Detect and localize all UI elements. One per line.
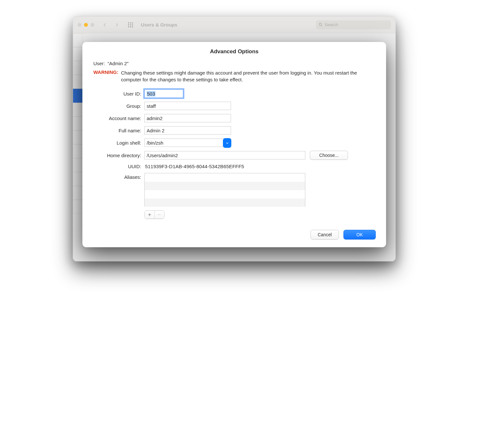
list-item bbox=[145, 173, 305, 182]
user-id-field[interactable]: 503 bbox=[144, 89, 183, 98]
nav-back-button[interactable] bbox=[100, 20, 109, 29]
account-name-field[interactable]: admin2 bbox=[144, 114, 231, 122]
full-name-field[interactable]: Admin 2 bbox=[144, 126, 231, 135]
svg-rect-6 bbox=[128, 26, 129, 27]
uuid-label: UUID: bbox=[93, 164, 141, 169]
svg-rect-4 bbox=[130, 24, 131, 25]
svg-rect-2 bbox=[132, 22, 133, 23]
search-field[interactable]: Search bbox=[316, 20, 391, 29]
svg-rect-5 bbox=[132, 24, 133, 25]
svg-rect-1 bbox=[130, 22, 131, 23]
login-shell-label: Login shell: bbox=[93, 140, 141, 146]
add-alias-button[interactable] bbox=[145, 211, 154, 219]
minimize-window-icon[interactable] bbox=[84, 23, 88, 27]
svg-rect-8 bbox=[132, 26, 133, 27]
traffic-lights bbox=[78, 23, 94, 27]
chevron-down-icon[interactable] bbox=[223, 138, 231, 148]
home-directory-label: Home directory: bbox=[93, 153, 141, 158]
search-icon bbox=[319, 23, 323, 27]
svg-rect-7 bbox=[130, 26, 131, 27]
user-label: User: bbox=[93, 61, 105, 66]
warning-row: WARNING: Changing these settings might d… bbox=[93, 69, 376, 83]
svg-rect-3 bbox=[128, 24, 129, 25]
ok-button[interactable]: OK bbox=[343, 230, 376, 239]
user-row: User: “Admin 2” bbox=[93, 61, 376, 66]
choose-button[interactable]: Choose... bbox=[310, 151, 348, 160]
nav-forward-button[interactable] bbox=[112, 20, 121, 29]
list-item bbox=[145, 199, 305, 207]
aliases-list[interactable] bbox=[144, 173, 305, 207]
show-all-icon[interactable] bbox=[126, 20, 135, 29]
user-id-label: User ID: bbox=[93, 91, 141, 97]
sheet-title: Advanced Options bbox=[93, 48, 376, 55]
close-window-icon[interactable] bbox=[78, 23, 81, 27]
account-name-label: Account name: bbox=[93, 116, 141, 121]
zoom-window-icon[interactable] bbox=[90, 23, 94, 27]
titlebar: Users & Groups Search bbox=[73, 16, 395, 33]
cancel-button[interactable]: Cancel bbox=[310, 230, 339, 239]
home-directory-field[interactable]: /Users/admin2 bbox=[144, 151, 305, 159]
advanced-options-sheet: Advanced Options User: “Admin 2” WARNING… bbox=[82, 42, 386, 247]
login-shell-combo[interactable]: /bin/zsh bbox=[144, 138, 231, 147]
warning-label: WARNING: bbox=[93, 69, 119, 75]
user-value: “Admin 2” bbox=[108, 61, 129, 66]
list-item bbox=[145, 190, 305, 199]
window-title: Users & Groups bbox=[141, 22, 177, 27]
search-placeholder: Search bbox=[325, 22, 338, 27]
sidebar-stubs bbox=[73, 33, 83, 214]
svg-rect-0 bbox=[128, 22, 129, 23]
remove-alias-button[interactable] bbox=[154, 211, 164, 219]
aliases-label: Aliases: bbox=[93, 173, 141, 180]
aliases-plus-minus bbox=[144, 210, 164, 219]
full-name-label: Full name: bbox=[93, 128, 141, 133]
list-item bbox=[145, 182, 305, 190]
group-label: Group: bbox=[93, 103, 141, 109]
group-field[interactable]: staff bbox=[144, 102, 231, 110]
uuid-value: 511939F3-D1AB-4965-8044-5342B65EFFF5 bbox=[144, 164, 376, 169]
warning-text: Changing these settings might damage thi… bbox=[121, 69, 376, 83]
